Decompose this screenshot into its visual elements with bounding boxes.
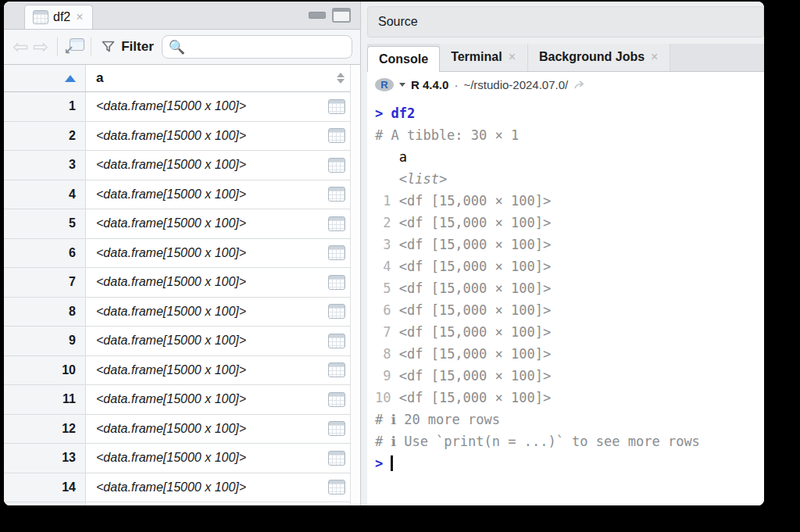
dataframe-summary-text: <data.frame[15000 x 100]> bbox=[96, 392, 246, 406]
console-text-segment: 6 bbox=[375, 302, 399, 318]
open-dataframe-icon[interactable] bbox=[328, 216, 345, 231]
back-arrow-icon[interactable]: ⇦ bbox=[10, 37, 30, 56]
column-label: a bbox=[96, 70, 103, 86]
r-logo-icon[interactable]: R bbox=[375, 78, 394, 91]
console-line: 4 <df [15,000 × 100]> bbox=[375, 255, 764, 277]
console-text-segment: <df [15,000 × 100]> bbox=[399, 237, 551, 252]
close-icon[interactable]: × bbox=[650, 51, 659, 63]
console-line: 8 <df [15,000 × 100]> bbox=[375, 343, 764, 365]
open-dataframe-icon[interactable] bbox=[328, 362, 345, 377]
open-dataframe-icon[interactable] bbox=[328, 99, 345, 114]
cell-value: <data.frame[15000 x 100]> bbox=[86, 151, 350, 180]
minimize-pane-icon[interactable] bbox=[309, 12, 326, 19]
close-icon[interactable]: × bbox=[75, 11, 84, 23]
open-dataframe-icon[interactable] bbox=[328, 392, 345, 407]
cell-value: <data.frame[15000 x 100]> bbox=[86, 298, 350, 327]
search-input[interactable] bbox=[188, 41, 345, 54]
table-row: 14<data.frame[15000 x 100]> bbox=[4, 473, 350, 503]
console-text-segment: 1 bbox=[375, 193, 399, 209]
console-line: 9 <df [15,000 × 100]> bbox=[375, 365, 764, 387]
tab-background-jobs[interactable]: Background Jobs× bbox=[528, 44, 670, 71]
tab-terminal[interactable]: Terminal× bbox=[440, 44, 528, 71]
tab-console[interactable]: Console bbox=[367, 46, 440, 72]
table-grid-icon bbox=[33, 10, 48, 24]
dataframe-summary-text: <data.frame[15000 x 100]> bbox=[96, 363, 246, 377]
goto-directory-arrow-icon[interactable] bbox=[573, 79, 588, 90]
open-dataframe-icon[interactable] bbox=[328, 245, 345, 260]
cell-value: <data.frame[15000 x 100]> bbox=[86, 122, 350, 151]
console-text-segment: <df [15,000 × 100]> bbox=[399, 368, 551, 384]
grid-header-row: a bbox=[4, 65, 350, 92]
console-toolbar: R R 4.4.0 · ~/rstudio-2024.07.0/ bbox=[367, 72, 764, 97]
working-directory-link[interactable]: ~/rstudio-2024.07.0/ bbox=[463, 78, 568, 91]
dataframe-summary-text: <data.frame[15000 x 100]> bbox=[96, 129, 246, 143]
table-row: 5<data.frame[15000 x 100]> bbox=[4, 209, 350, 239]
table-row: 8<data.frame[15000 x 100]> bbox=[4, 298, 350, 327]
open-in-new-window-icon[interactable]: ↙ bbox=[64, 38, 84, 55]
dataframe-summary-text: <data.frame[15000 x 100]> bbox=[96, 187, 246, 202]
console-line: 5 <df [15,000 × 100]> bbox=[375, 277, 764, 299]
open-dataframe-icon[interactable] bbox=[328, 421, 345, 436]
open-dataframe-icon[interactable] bbox=[328, 128, 345, 143]
row-number: 13 bbox=[4, 444, 86, 473]
dataframe-summary-text: <data.frame[15000 x 100]> bbox=[96, 480, 246, 495]
open-dataframe-icon[interactable] bbox=[328, 187, 345, 202]
forward-arrow-icon[interactable]: ⇨ bbox=[30, 37, 51, 56]
tab-df2[interactable]: df2 × bbox=[24, 5, 93, 29]
data-viewer-pane: df2 × ⇦ ⇨ ↙ Filter bbox=[4, 2, 361, 505]
console-text-segment: <df [15,000 × 100]> bbox=[399, 324, 551, 340]
console-line: 2 <df [15,000 × 100]> bbox=[375, 212, 764, 234]
cell-value: <data.frame[15000 x 100]> bbox=[86, 356, 350, 385]
r-logo-letter: R bbox=[380, 79, 388, 91]
table-row: 12<data.frame[15000 x 100]> bbox=[4, 415, 350, 445]
dataframe-summary-text: <data.frame[15000 x 100]> bbox=[96, 246, 246, 260]
open-dataframe-icon[interactable] bbox=[328, 158, 345, 173]
source-label: Source bbox=[378, 15, 418, 29]
console-text-segment: <df [15,000 × 100]> bbox=[399, 215, 551, 230]
console-output[interactable]: > df2# A tibble: 30 × 1 a <list> 1 <df [… bbox=[367, 97, 764, 505]
console-line: # A tibble: 30 × 1 bbox=[375, 124, 764, 146]
row-number: 5 bbox=[4, 209, 86, 238]
dataframe-summary-text: <data.frame[15000 x 100]> bbox=[96, 422, 246, 436]
table-row: 1<data.frame[15000 x 100]> bbox=[4, 92, 350, 122]
table-row bbox=[4, 502, 350, 505]
toolbar-separator bbox=[57, 37, 58, 56]
console-text-segment: # A tibble: 30 × 1 bbox=[375, 127, 519, 143]
dataframe-summary-text: <data.frame[15000 x 100]> bbox=[96, 275, 246, 289]
console-text-segment: <df [15,000 × 100]> bbox=[399, 259, 551, 274]
table-row: 2<data.frame[15000 x 100]> bbox=[4, 122, 350, 152]
cell-value: <data.frame[15000 x 100]> bbox=[86, 473, 350, 502]
row-number: 4 bbox=[4, 180, 86, 209]
row-number: 2 bbox=[4, 122, 86, 151]
sort-toggle-icon[interactable] bbox=[337, 73, 345, 84]
dataframe-summary-text: <data.frame[15000 x 100]> bbox=[96, 158, 246, 172]
open-dataframe-icon[interactable] bbox=[328, 480, 345, 495]
console-line: 3 <df [15,000 × 100]> bbox=[375, 234, 764, 255]
column-header-a[interactable]: a bbox=[86, 65, 350, 91]
source-pane-header[interactable]: Source bbox=[367, 6, 764, 37]
open-dataframe-icon[interactable] bbox=[328, 304, 345, 319]
row-number: 3 bbox=[4, 151, 86, 180]
console-text-segment: 9 bbox=[375, 368, 399, 384]
console-text-segment: 3 bbox=[375, 237, 399, 252]
row-number-header[interactable] bbox=[4, 65, 86, 91]
filter-button[interactable]: Filter bbox=[101, 39, 154, 55]
row-number: 9 bbox=[4, 327, 86, 355]
chevron-down-icon[interactable] bbox=[399, 83, 405, 87]
console-line: a bbox=[375, 146, 764, 168]
console-text-segment: <df [15,000 × 100]> bbox=[399, 193, 551, 209]
funnel-icon bbox=[101, 40, 116, 54]
row-number: 6 bbox=[4, 239, 86, 268]
close-icon[interactable]: × bbox=[508, 51, 516, 63]
pane-window-buttons bbox=[309, 8, 360, 29]
vertical-scrollbar[interactable] bbox=[350, 65, 360, 505]
open-dataframe-icon[interactable] bbox=[328, 334, 345, 348]
console-text-segment: a bbox=[375, 149, 407, 165]
open-dataframe-icon[interactable] bbox=[328, 275, 345, 290]
search-box[interactable]: 🔍 bbox=[162, 35, 352, 59]
open-dataframe-icon[interactable] bbox=[328, 451, 345, 466]
maximize-pane-icon[interactable] bbox=[332, 8, 351, 23]
console-line: 1 <df [15,000 × 100]> bbox=[375, 190, 764, 212]
console-text-segment: > bbox=[375, 455, 391, 471]
console-text-segment: 10 bbox=[375, 390, 399, 405]
